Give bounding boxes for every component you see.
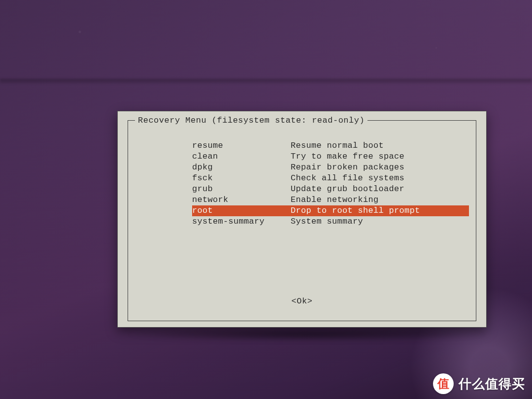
menu-item-desc: Check all file systems — [291, 173, 469, 184]
menu-item-desc: System summary — [291, 216, 469, 227]
menu-item-key: system-summary — [192, 216, 291, 227]
menu-item-grub[interactable]: grubUpdate grub bootloader — [192, 184, 469, 195]
menu-item-desc: Try to make free space — [291, 151, 469, 162]
watermark: 值 什么值得买 — [433, 373, 525, 394]
menu-item-key: root — [192, 205, 291, 216]
menu-item-key: network — [192, 195, 291, 205]
menu-item-dpkg[interactable]: dpkgRepair broken packages — [192, 162, 469, 173]
menu-item-key: fsck — [192, 173, 291, 184]
menu-item-root[interactable]: rootDrop to root shell prompt — [192, 205, 469, 216]
ok-button[interactable]: <Ok> — [128, 297, 476, 306]
menu-item-key: grub — [192, 184, 291, 195]
watermark-badge-icon: 值 — [433, 373, 454, 394]
menu-item-desc: Drop to root shell prompt — [291, 205, 469, 216]
menu-item-network[interactable]: networkEnable networking — [192, 195, 469, 205]
menu-item-fsck[interactable]: fsckCheck all file systems — [192, 173, 469, 184]
menu-item-desc: Repair broken packages — [291, 162, 469, 173]
dialog-shadow — [123, 328, 490, 341]
menu-item-desc: Update grub bootloader — [291, 184, 469, 195]
menu-item-system-summary[interactable]: system-summarySystem summary — [192, 216, 469, 227]
screen-glare-bar — [0, 79, 532, 84]
recovery-menu-dialog: Recovery Menu (filesystem state: read-on… — [117, 111, 487, 328]
menu-list[interactable]: resumeResume normal bootcleanTry to make… — [192, 140, 469, 227]
menu-item-desc: Resume normal boot — [291, 140, 469, 151]
menu-item-resume[interactable]: resumeResume normal boot — [192, 140, 469, 151]
dialog-title: Recovery Menu (filesystem state: read-on… — [135, 116, 367, 125]
watermark-text: 什么值得买 — [459, 375, 525, 393]
menu-item-key: dpkg — [192, 162, 291, 173]
menu-item-clean[interactable]: cleanTry to make free space — [192, 151, 469, 162]
menu-item-key: clean — [192, 151, 291, 162]
menu-item-desc: Enable networking — [291, 195, 469, 205]
menu-item-key: resume — [192, 140, 291, 151]
dialog-frame: Recovery Menu (filesystem state: read-on… — [128, 120, 476, 321]
